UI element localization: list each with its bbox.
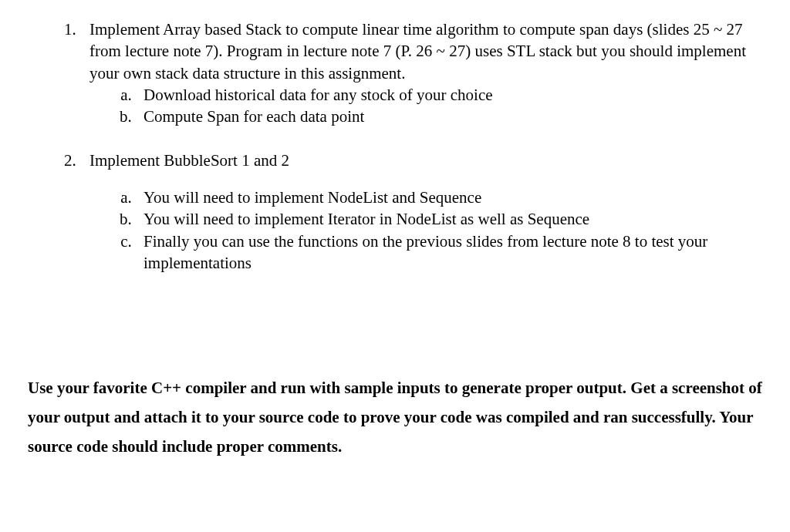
sub-item-1b: Compute Span for each data point <box>136 106 762 127</box>
sub-item-1a: Download historical data for any stock o… <box>136 84 762 106</box>
sub-list-2: You will need to implement NodeList and … <box>89 187 762 274</box>
main-item-2: Implement BubbleSort 1 and 2 You will ne… <box>80 150 762 274</box>
sub-item-2c: Finally you can use the functions on the… <box>136 231 762 274</box>
sub-item-1a-text: Download historical data for any stock o… <box>143 86 493 104</box>
sub-list-1: Download historical data for any stock o… <box>89 84 762 128</box>
sub-item-2c-text: Finally you can use the functions on the… <box>143 232 707 272</box>
spacing <box>89 171 762 187</box>
sub-item-2b-text: You will need to implement Iterator in N… <box>143 210 589 228</box>
page-content: Implement Array based Stack to compute l… <box>0 0 790 477</box>
sub-item-2a-text: You will need to implement NodeList and … <box>143 188 481 207</box>
sub-item-2a: You will need to implement NodeList and … <box>136 187 762 208</box>
main-item-1: Implement Array based Stack to compute l… <box>80 19 762 128</box>
sub-item-1b-text: Compute Span for each data point <box>143 107 364 126</box>
sub-item-2b: You will need to implement Iterator in N… <box>136 208 762 230</box>
main-item-2-text: Implement BubbleSort 1 and 2 <box>89 150 762 171</box>
footer-instructions: Use your favorite C++ compiler and run w… <box>28 374 762 461</box>
main-item-1-text: Implement Array based Stack to compute l… <box>89 19 762 84</box>
main-ordered-list: Implement Array based Stack to compute l… <box>28 19 762 274</box>
